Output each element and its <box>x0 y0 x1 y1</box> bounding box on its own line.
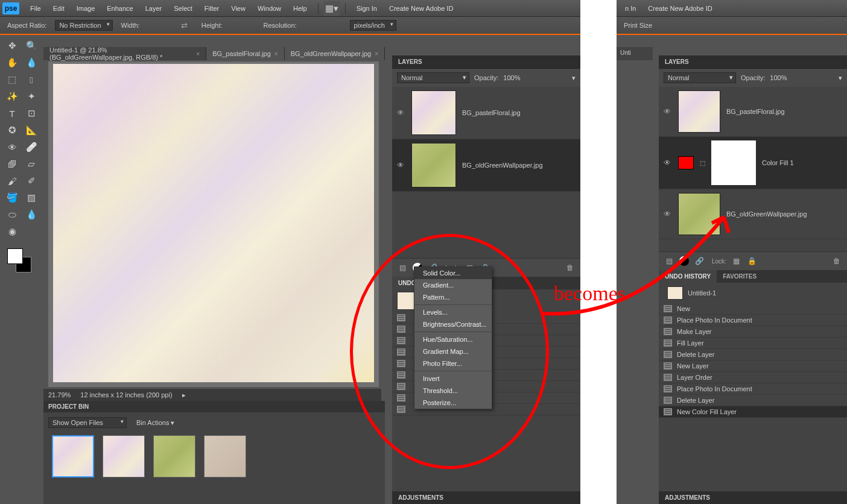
menu-window[interactable]: Window <box>252 2 287 14</box>
visibility-icon[interactable]: 👁 <box>664 210 672 218</box>
history-item[interactable]: New Color Fill Layer <box>659 406 847 418</box>
blend-mode-select[interactable]: Normal <box>397 72 469 83</box>
zoom-tool-icon[interactable]: 🔍 <box>23 39 40 53</box>
lasso-tool-icon[interactable]: 𓏲 <box>23 72 40 87</box>
adjustments-panel-header[interactable]: ADJUSTMENTS <box>659 491 847 504</box>
layer-thumbnail[interactable] <box>411 90 456 135</box>
opacity-value[interactable]: 100% <box>770 74 787 81</box>
menu-item-hue-saturation[interactable]: Hue/Saturation... <box>414 333 492 345</box>
layer-mask-thumbnail[interactable] <box>711 140 756 185</box>
history-item[interactable]: Place Photo In Document <box>659 383 847 395</box>
history-item[interactable]: Layer Order <box>659 372 847 383</box>
menu-item-brightness-contrast[interactable]: Brightness/Contrast... <box>414 318 492 330</box>
new-layer-icon[interactable]: ▤ <box>664 256 674 266</box>
menu-item-levels[interactable]: Levels... <box>414 306 492 318</box>
opacity-dropdown-icon[interactable]: ▾ <box>839 74 842 82</box>
cookie-cutter-tool-icon[interactable]: ✪ <box>4 123 21 137</box>
delete-layer-icon[interactable]: 🗑 <box>565 262 576 273</box>
menu-item-solid-color[interactable]: Solid Color... <box>414 267 492 279</box>
sponge-tool-icon[interactable]: ◉ <box>4 224 21 239</box>
history-item[interactable]: Place Photo In Document <box>659 315 847 326</box>
eraser-tool-icon[interactable]: ▱ <box>23 157 40 171</box>
history-item[interactable]: Fill Layer <box>659 338 847 349</box>
menu-item-gradient[interactable]: Gradient... <box>414 279 492 291</box>
close-tab-icon[interactable]: × <box>274 51 278 57</box>
menu-select[interactable]: Select <box>168 2 198 14</box>
quick-select-tool-icon[interactable]: ✦ <box>23 89 40 104</box>
healing-tool-icon[interactable]: 🩹 <box>23 140 40 154</box>
document-tab-2[interactable]: BG_pastelFloral.jpg× <box>206 47 284 60</box>
layer-name[interactable]: BG_oldGreenWallpaper.jpg <box>726 210 807 218</box>
aspect-ratio-select[interactable]: No Restriction <box>55 20 112 31</box>
close-tab-icon[interactable]: × <box>375 51 378 57</box>
history-item[interactable]: Make Layer <box>659 326 847 338</box>
sign-in-link[interactable]: Sign In <box>351 2 383 14</box>
blur-tool-icon[interactable]: 💧 <box>23 207 40 222</box>
close-tab-icon[interactable]: × <box>196 51 200 57</box>
menu-item-invert[interactable]: Invert <box>414 373 492 385</box>
layer-thumbnail[interactable] <box>678 90 720 133</box>
brush-tool-icon[interactable]: 🖌 <box>4 174 21 188</box>
visibility-icon[interactable]: 👁 <box>397 109 405 117</box>
opacity-value[interactable]: 100% <box>503 74 520 81</box>
status-menu-icon[interactable]: ▸ <box>182 391 186 399</box>
layer-row[interactable]: 👁 BG_pastelFloral.jpg <box>392 87 580 139</box>
layer-row[interactable]: 👁 BG_pastelFloral.jpg <box>659 87 847 137</box>
layer-name[interactable]: BG_pastelFloral.jpg <box>726 108 785 115</box>
layer-name[interactable]: Color Fill 1 <box>762 159 794 166</box>
menu-help[interactable]: Help <box>287 2 313 14</box>
menu-item-pattern[interactable]: Pattern... <box>414 291 492 303</box>
opacity-dropdown-icon[interactable]: ▾ <box>572 74 576 82</box>
bin-thumbnail-2[interactable] <box>103 435 145 477</box>
bucket-tool-icon[interactable]: 🪣 <box>4 191 21 205</box>
menu-item-gradient-map[interactable]: Gradient Map... <box>414 345 492 358</box>
menu-file[interactable]: File <box>24 2 47 14</box>
menu-item-photo-filter[interactable]: Photo Filter... <box>414 358 492 370</box>
layer-name[interactable]: BG_pastelFloral.jpg <box>462 109 521 116</box>
visibility-icon[interactable]: 👁 <box>664 107 672 116</box>
history-item[interactable]: New Layer <box>659 361 847 372</box>
resolution-unit-select[interactable]: pixels/inch <box>350 20 396 31</box>
layer-thumbnail[interactable] <box>411 143 456 187</box>
clone-tool-icon[interactable]: 🗊 <box>4 157 21 171</box>
layer-row[interactable]: 👁 BG_oldGreenWallpaper.jpg <box>659 189 847 239</box>
bin-thumbnail-1[interactable] <box>52 435 94 477</box>
shape-tool-icon[interactable]: ⬭ <box>4 207 21 222</box>
crop-tool-icon[interactable]: ⊡ <box>23 106 40 121</box>
bin-thumbnail-4[interactable] <box>204 435 246 477</box>
sign-in-link[interactable]: n In <box>619 2 642 14</box>
menu-item-posterize[interactable]: Posterize... <box>414 397 492 409</box>
document-tab-3[interactable]: BG_oldGreenWallpaper.jpg× <box>285 47 385 60</box>
link-icon[interactable]: ⬚ <box>700 160 705 166</box>
swap-dimensions-icon[interactable]: ⇄ <box>181 21 193 30</box>
visibility-icon[interactable]: 👁 <box>397 161 405 169</box>
show-files-select[interactable]: Show Open Files <box>48 417 127 428</box>
delete-layer-icon[interactable]: 🗑 <box>831 256 842 266</box>
eyedropper-tool-icon[interactable]: 💧 <box>23 55 40 70</box>
arrange-icon[interactable]: ▦▾ <box>323 1 340 16</box>
gradient-tool-icon[interactable]: ▨ <box>23 191 40 205</box>
layer-row[interactable]: 👁 BG_oldGreenWallpaper.jpg <box>392 139 580 192</box>
menu-edit[interactable]: Edit <box>47 2 71 14</box>
lock-all-icon[interactable]: 🔒 <box>747 256 758 266</box>
color-swatches[interactable] <box>7 248 31 272</box>
menu-filter[interactable]: Filter <box>198 2 225 14</box>
magic-wand-tool-icon[interactable]: ✨ <box>4 89 21 104</box>
fill-color-swatch[interactable] <box>678 156 694 169</box>
favorites-tab[interactable]: FAVORITES <box>717 270 763 283</box>
bin-thumbnail-3[interactable] <box>153 435 195 477</box>
layer-thumbnail[interactable] <box>678 193 720 235</box>
adjustment-layer-icon[interactable] <box>679 256 689 266</box>
straighten-tool-icon[interactable]: 📐 <box>23 123 40 137</box>
layer-row-colorfill[interactable]: 👁 ⬚ Color Fill 1 <box>659 137 847 189</box>
redeye-tool-icon[interactable]: 👁 <box>4 140 21 154</box>
menu-item-threshold[interactable]: Threshold... <box>414 385 492 397</box>
layer-name[interactable]: BG_oldGreenWallpaper.jpg <box>462 162 543 169</box>
menu-view[interactable]: View <box>225 2 252 14</box>
history-item[interactable]: New <box>659 303 847 315</box>
create-adobe-id-link[interactable]: Create New Adobe ID <box>383 2 459 14</box>
menu-image[interactable]: Image <box>71 2 101 14</box>
menu-layer[interactable]: Layer <box>139 2 168 14</box>
smart-brush-tool-icon[interactable]: ✐ <box>23 174 40 188</box>
print-size-label[interactable]: Print Size <box>624 22 652 29</box>
